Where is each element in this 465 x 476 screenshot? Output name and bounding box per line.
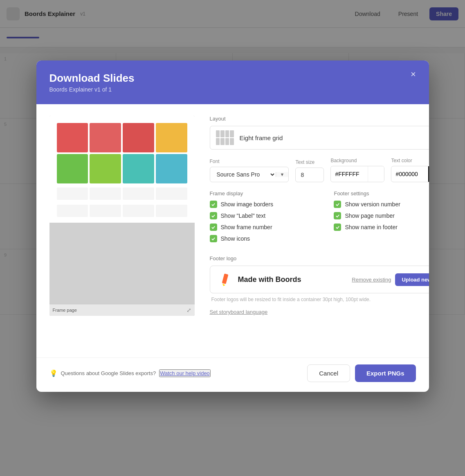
show-page-number-label: Show page number <box>345 212 394 219</box>
show-name-in-footer-item: Show name in footer <box>334 223 429 231</box>
show-image-borders-label: Show image borders <box>221 201 273 208</box>
show-icons-checkbox[interactable] <box>210 235 217 242</box>
show-page-number-checkbox[interactable] <box>334 212 341 219</box>
layout-selected-value: Eight frame grid <box>240 134 429 141</box>
close-button[interactable]: × <box>408 69 419 80</box>
frame-display-column: Frame display Show image borders <box>210 190 321 246</box>
frame-display-title: Frame display <box>210 190 321 197</box>
cancel-button[interactable]: Cancel <box>307 364 350 382</box>
text-color-swatch[interactable] <box>428 166 429 182</box>
check-icon <box>335 225 340 230</box>
text-color-input[interactable] <box>391 167 428 181</box>
footer-logo-label: Footer logo <box>210 255 429 261</box>
checkbox-columns: Frame display Show image borders <box>210 190 429 246</box>
text-size-field-group: Text size <box>295 159 324 182</box>
watch-help-video-link[interactable]: Watch our help video <box>159 369 211 377</box>
frame-page-label: Frame page <box>53 308 77 313</box>
font-select-wrapper[interactable]: Source Sans Pro ▼ <box>210 167 289 182</box>
pencil-icon <box>217 272 232 287</box>
preview-cell <box>123 154 154 183</box>
preview-container: Frame page ⤢ <box>49 116 195 316</box>
show-page-number-item: Show page number <box>334 212 429 219</box>
preview-cell <box>57 154 88 183</box>
show-frame-number-checkbox[interactable] <box>210 223 217 231</box>
layout-label: Layout <box>210 116 429 122</box>
check-icon <box>335 202 340 207</box>
language-link[interactable]: Set storyboard language <box>210 309 268 315</box>
show-label-text-checkbox[interactable] <box>210 212 217 219</box>
layout-dropdown[interactable]: Eight frame grid ▼ <box>210 126 429 150</box>
questions-text: Questions about Google Slides exports? <box>61 370 156 376</box>
footer-logo-actions: Remove existing Upload new <box>352 273 429 286</box>
background-color-group[interactable] <box>330 166 384 182</box>
preview-label: Frame page ⤢ <box>49 304 195 316</box>
check-icon <box>335 214 340 218</box>
background-field-group: Background <box>330 158 384 182</box>
footer-hint: Footer logos will be resized to fit insi… <box>210 297 429 302</box>
preview-cell <box>123 123 154 152</box>
footer-logo-name: Made with Boords <box>238 275 346 284</box>
questions-area: 💡 Questions about Google Slides exports?… <box>49 369 211 377</box>
modal-subtitle: Boords Explainer v1 of 1 <box>49 86 416 93</box>
footer-settings-title: Footer settings <box>334 190 429 197</box>
modal-footer: 💡 Questions about Google Slides exports?… <box>36 358 429 392</box>
show-label-text-label: Show "Label" text <box>221 212 266 219</box>
chevron-down-icon: ▼ <box>276 172 289 177</box>
text-size-label: Text size <box>295 159 324 165</box>
show-icons-item: Show icons <box>210 235 321 242</box>
export-pngs-button[interactable]: Export PNGs <box>355 364 416 382</box>
show-frame-number-label: Show frame number <box>221 224 272 230</box>
text-color-field-group: Text color <box>391 158 429 182</box>
preview-panel: Frame page ⤢ <box>49 116 197 346</box>
boords-logo-icon <box>217 272 232 287</box>
show-frame-number-item: Show frame number <box>210 223 321 231</box>
footer-logo-section: Footer logo Made with Boords Remove exis… <box>210 255 429 302</box>
show-name-in-footer-checkbox[interactable] <box>334 223 341 231</box>
modal-title: Download Slides <box>49 72 416 85</box>
preview-cell <box>156 154 187 183</box>
svg-marker-1 <box>222 284 225 286</box>
download-slides-modal: Download Slides Boords Explainer v1 of 1… <box>36 60 429 392</box>
font-label: Font <box>210 159 289 164</box>
layout-grid-icon <box>216 130 234 145</box>
footer-settings-column: Footer settings Show version number <box>334 190 429 246</box>
preview-expand-icon: ⤢ <box>186 307 191 313</box>
modal-body: Frame page ⤢ Layout <box>36 104 429 358</box>
preview-cell <box>57 123 88 152</box>
check-icon <box>211 237 216 241</box>
svg-rect-0 <box>222 273 228 284</box>
check-icon <box>211 202 216 207</box>
caption-row <box>53 188 191 202</box>
background-color-input[interactable] <box>331 167 368 181</box>
font-row: Font Source Sans Pro ▼ Text size Backgro… <box>210 158 429 182</box>
upload-new-button[interactable]: Upload new <box>395 273 429 286</box>
preview-grid <box>53 119 191 188</box>
text-color-group[interactable] <box>391 166 429 182</box>
preview-cell <box>90 154 121 183</box>
preview-cell <box>90 123 121 152</box>
show-version-number-item: Show version number <box>334 201 429 208</box>
background-label: Background <box>330 158 384 163</box>
show-image-borders-checkbox[interactable] <box>210 201 217 208</box>
show-icons-label: Show icons <box>221 235 250 242</box>
check-icon <box>211 214 216 218</box>
info-icon: 💡 <box>49 369 58 377</box>
font-field-group: Font Source Sans Pro ▼ <box>210 159 289 182</box>
show-version-number-checkbox[interactable] <box>334 201 341 208</box>
font-select[interactable]: Source Sans Pro <box>210 167 276 182</box>
text-color-label: Text color <box>391 158 429 163</box>
footer-logo-box: Made with Boords Remove existing Upload … <box>210 266 429 293</box>
remove-existing-button[interactable]: Remove existing <box>352 277 391 283</box>
caption-row-2 <box>53 205 191 219</box>
settings-panel: Layout Eight frame grid ▼ Font <box>197 116 429 346</box>
background-color-swatch[interactable] <box>368 166 384 182</box>
modal-header: Download Slides Boords Explainer v1 of 1… <box>36 60 429 104</box>
footer-buttons: Cancel Export PNGs <box>307 364 416 382</box>
preview-cell <box>156 123 187 152</box>
show-image-borders-item: Show image borders <box>210 201 321 208</box>
show-name-in-footer-label: Show name in footer <box>345 224 397 230</box>
show-label-text-item: Show "Label" text <box>210 212 321 219</box>
show-version-number-label: Show version number <box>345 201 400 208</box>
check-icon <box>211 225 216 230</box>
text-size-input[interactable] <box>295 168 324 182</box>
